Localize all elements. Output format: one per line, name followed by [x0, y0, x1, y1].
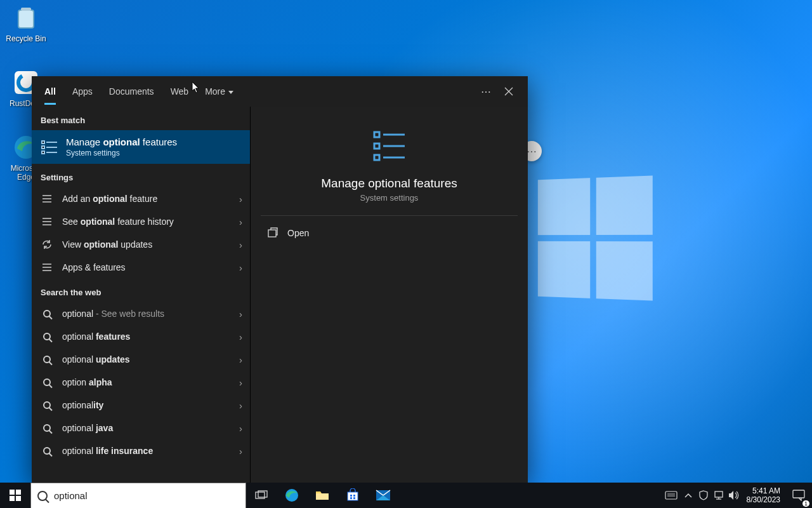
- svg-rect-27: [10, 490, 15, 495]
- chevron-right-icon: ›: [239, 377, 242, 388]
- tray-input-indicator[interactable]: [662, 483, 681, 508]
- folder-icon: [315, 490, 329, 501]
- taskbar-app-edge[interactable]: [277, 483, 307, 508]
- chevron-right-icon: ›: [239, 217, 242, 227]
- svg-rect-38: [350, 497, 352, 499]
- svg-rect-1: [21, 8, 31, 11]
- desktop-icon-recycle-bin[interactable]: Recycle Bin: [3, 4, 49, 43]
- store-icon: [346, 488, 360, 502]
- chevron-down-icon: [228, 91, 233, 94]
- chevron-right-icon: ›: [239, 239, 242, 250]
- search-panel: All Apps Documents Web More ⋯ Best match…: [32, 76, 528, 483]
- task-view-icon: [255, 490, 268, 500]
- tab-documents[interactable]: Documents: [109, 79, 154, 104]
- search-icon: [41, 330, 53, 343]
- close-button[interactable]: [497, 80, 520, 103]
- result-web-optionality[interactable]: optionality ›: [32, 394, 250, 417]
- list-icon: [41, 261, 53, 274]
- tray-security[interactable]: [696, 483, 711, 508]
- notification-icon: [792, 490, 805, 501]
- chevron-right-icon: ›: [239, 309, 242, 319]
- search-tabs: All Apps Documents Web More: [44, 79, 233, 104]
- chevron-right-icon: ›: [239, 354, 242, 365]
- volume-icon: [728, 490, 740, 500]
- search-icon: [41, 307, 53, 320]
- svg-rect-5: [42, 141, 44, 144]
- search-options-button[interactable]: ⋯: [475, 80, 497, 103]
- taskbar-app-store[interactable]: [337, 483, 368, 508]
- detail-action-open[interactable]: Open: [263, 221, 515, 245]
- result-web-optional[interactable]: optional - See web results ›: [32, 302, 250, 325]
- taskbar-app-mail[interactable]: [368, 483, 398, 508]
- svg-rect-36: [350, 495, 352, 497]
- tab-all[interactable]: All: [44, 79, 56, 104]
- svg-rect-34: [316, 493, 329, 500]
- search-detail-pane: Manage optional features System settings…: [250, 107, 528, 483]
- network-icon: [714, 490, 724, 500]
- edge-icon: [284, 488, 299, 503]
- open-icon: [267, 227, 278, 239]
- search-icon: [41, 399, 53, 411]
- svg-rect-28: [16, 490, 21, 495]
- svg-rect-41: [665, 491, 677, 499]
- svg-rect-9: [42, 151, 44, 154]
- svg-rect-37: [353, 495, 355, 497]
- result-web-optional-java[interactable]: optional java ›: [32, 417, 250, 439]
- result-settings-feature-history[interactable]: See optional feature history ›: [32, 210, 250, 233]
- group-settings: Settings: [32, 164, 250, 187]
- start-button[interactable]: [0, 483, 30, 508]
- chevron-right-icon: ›: [239, 331, 242, 342]
- divider: [261, 215, 518, 216]
- best-match-title: Manage optional features: [66, 137, 177, 147]
- result-web-option-alpha[interactable]: option alpha ›: [32, 371, 250, 394]
- notification-badge: 1: [802, 500, 809, 507]
- windows-logo-wallpaper: [538, 175, 653, 300]
- taskbar-search-box[interactable]: [30, 483, 246, 508]
- best-match-subtitle: System settings: [66, 149, 177, 157]
- search-results-column: Best match Manage optional features Syst…: [32, 107, 250, 483]
- chevron-right-icon: ›: [239, 423, 242, 434]
- search-input[interactable]: [54, 483, 246, 508]
- result-web-optional-life-insurance[interactable]: optional life insurance ›: [32, 439, 250, 462]
- tray-volume[interactable]: [726, 483, 742, 508]
- search-header: All Apps Documents Web More ⋯: [32, 76, 528, 107]
- chevron-up-icon: [684, 493, 692, 498]
- tray-date: 8/30/2023: [747, 495, 780, 504]
- result-settings-add-optional-feature[interactable]: Add an optional feature ›: [32, 187, 250, 210]
- search-icon: [41, 353, 53, 366]
- tab-apps[interactable]: Apps: [72, 79, 93, 104]
- svg-rect-0: [18, 10, 34, 28]
- tray-action-center[interactable]: 1: [785, 490, 812, 501]
- search-icon: [41, 422, 53, 434]
- settings-list-icon: [41, 138, 58, 156]
- search-icon: [31, 491, 54, 501]
- list-icon: [41, 215, 53, 228]
- svg-rect-20: [374, 132, 379, 137]
- result-web-optional-updates[interactable]: optional updates ›: [32, 348, 250, 371]
- tab-web[interactable]: Web: [171, 79, 189, 104]
- chevron-right-icon: ›: [239, 194, 242, 204]
- recycle-bin-icon: [12, 4, 40, 32]
- tab-more[interactable]: More: [205, 79, 233, 104]
- result-settings-view-updates[interactable]: View optional updates ›: [32, 233, 250, 256]
- tray-time: 5:41 AM: [747, 486, 780, 495]
- result-best-match[interactable]: Manage optional features System settings: [32, 130, 250, 164]
- chevron-right-icon: ›: [239, 400, 242, 411]
- detail-subtitle: System settings: [263, 193, 515, 203]
- svg-rect-22: [374, 144, 379, 149]
- tray-network[interactable]: [711, 483, 726, 508]
- result-settings-apps-features[interactable]: Apps & features ›: [32, 256, 250, 279]
- tray-show-hidden[interactable]: [681, 483, 696, 508]
- chevron-right-icon: ›: [239, 446, 242, 457]
- taskbar: 5:41 AM 8/30/2023 1: [0, 483, 812, 508]
- svg-rect-7: [42, 146, 44, 149]
- taskbar-app-explorer[interactable]: [307, 483, 337, 508]
- tray-clock[interactable]: 5:41 AM 8/30/2023: [742, 486, 785, 504]
- svg-rect-30: [16, 496, 21, 501]
- search-icon: [41, 376, 53, 389]
- keyboard-icon: [665, 491, 678, 500]
- svg-rect-39: [353, 497, 355, 499]
- task-view-button[interactable]: [246, 483, 277, 508]
- mail-icon: [376, 490, 391, 501]
- result-web-optional-features[interactable]: optional features ›: [32, 325, 250, 348]
